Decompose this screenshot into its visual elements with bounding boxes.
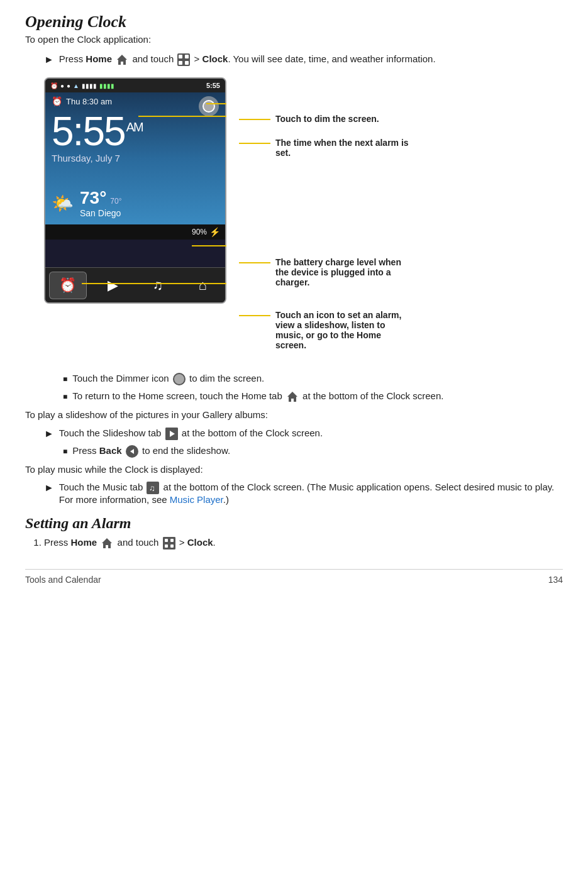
- screenshot-container: ⏰ ● ● ▲ ▮▮▮▮ ▮▮▮▮ 5:55 ⏰ Thu 8:30 am: [44, 77, 563, 362]
- sq-icon-1: ■: [63, 375, 67, 384]
- svg-rect-21: [170, 544, 174, 548]
- tab-music[interactable]: ♫: [139, 272, 177, 299]
- phone-screen: ⏰ ● ● ▲ ▮▮▮▮ ▮▮▮▮ 5:55 ⏰ Thu 8:30 am: [44, 77, 226, 304]
- callout-dash-1: [239, 119, 270, 120]
- music-player-link[interactable]: Music Player: [170, 494, 223, 505]
- bullet-dimmer: ■ Touch the Dimmer icon to dim the scree…: [63, 373, 563, 385]
- svg-rect-2: [185, 55, 189, 58]
- battery-charge-icon: ⚡: [209, 227, 220, 237]
- footer-right: 134: [548, 575, 563, 585]
- big-time-display: 5:55AM: [52, 111, 219, 152]
- arrow-icon-2: ►: [44, 428, 54, 439]
- bullet-dimmer-text: Touch the Dimmer icon to dim the screen.: [72, 373, 264, 385]
- callout-battery: The battery charge level when the device…: [239, 257, 563, 287]
- alarm-tab-icon: ⏰: [59, 277, 76, 294]
- callout-alarm-text: The time when the next alarm is set.: [275, 138, 414, 158]
- am-label: AM: [126, 120, 143, 134]
- footer: Tools and Calendar 134: [25, 569, 563, 585]
- callout-tabs-text: Touch an icon to set an alarm, view a sl…: [275, 310, 414, 350]
- status-bar: ⏰ ● ● ▲ ▮▮▮▮ ▮▮▮▮ 5:55: [45, 79, 225, 92]
- page-title: Opening Clock: [25, 13, 563, 31]
- sq-icon-3: ■: [63, 447, 67, 456]
- slideshow-intro: To play a slideshow of the pictures in y…: [25, 408, 563, 422]
- bullet-music: ► Touch the Music tab ♫ at the bottom of…: [44, 482, 563, 505]
- bullet-open-clock: ► Press Home and touch > Clock. You will…: [44, 53, 563, 66]
- bullet-back: ■ Press Back to end the slideshow.: [63, 445, 563, 458]
- callout-battery-text: The battery charge level when the device…: [275, 257, 414, 287]
- weather-icon: 🌤️: [52, 193, 74, 214]
- setting-alarm-step-1: Press Home and touch > Clock.: [44, 536, 563, 550]
- bullet-slideshow-text: Touch the Slideshow tab at the bottom of…: [59, 428, 323, 440]
- status-icons: ⏰ ● ● ▲ ▮▮▮▮ ▮▮▮▮: [50, 82, 114, 89]
- grid-icon: [177, 53, 190, 66]
- svg-rect-20: [165, 544, 168, 548]
- phone-screenshot: ⏰ ● ● ▲ ▮▮▮▮ ▮▮▮▮ 5:55 ⏰ Thu 8:30 am: [44, 77, 226, 304]
- home-icon: [116, 53, 128, 66]
- svg-marker-16: [102, 538, 112, 548]
- footer-left: Tools and Calendar: [25, 575, 101, 585]
- svg-rect-17: [163, 537, 175, 549]
- callout-dim: Touch to dim the screen.: [239, 114, 563, 124]
- callout-dash-2: [239, 143, 270, 144]
- svg-marker-0: [117, 55, 127, 65]
- svg-rect-4: [185, 61, 189, 65]
- music-icon-inline: ♫: [147, 482, 159, 494]
- section-setting-alarm: Setting an Alarm: [25, 515, 563, 532]
- callout-alarm: The time when the next alarm is set.: [239, 138, 563, 158]
- callout-tabs: Touch an icon to set an alarm, view a sl…: [239, 310, 563, 350]
- location: San Diego: [80, 208, 122, 218]
- clock-display: ⏰ Thu 8:30 am 5:55AM Thursday, July 7 🌤️: [45, 92, 225, 224]
- grid-icon-step1: [163, 537, 175, 549]
- music-intro: To play music while the Clock is display…: [25, 463, 563, 477]
- tab-bar: ⏰ ▶ ♫ ⌂: [45, 267, 225, 302]
- sq-icon-2: ■: [63, 392, 67, 401]
- callout-dim-text: Touch to dim the screen.: [275, 114, 379, 124]
- intro-text: To open the Clock application:: [25, 34, 563, 45]
- setting-alarm-list: Press Home and touch > Clock.: [44, 536, 563, 550]
- callout-dash-4: [239, 315, 270, 316]
- arrow-icon: ►: [44, 54, 54, 65]
- dimmer-icon-inline: [173, 373, 186, 385]
- svg-rect-19: [170, 539, 174, 542]
- home-icon-step1: [101, 537, 113, 549]
- tab-home[interactable]: ⌂: [184, 272, 221, 299]
- dimmer-inner: [202, 100, 215, 113]
- bullet-home-return: ■ To return to the Home screen, touch th…: [63, 390, 563, 403]
- music-tab-icon: ♫: [153, 277, 164, 294]
- temp-sub: 70°: [110, 197, 121, 206]
- status-time: 5:55: [206, 82, 220, 89]
- slideshow-icon-inline: [165, 428, 178, 440]
- bullet-back-text: Press Back to end the slideshow.: [72, 445, 230, 458]
- tab-alarm[interactable]: ⏰: [49, 272, 87, 299]
- weather-row: 🌤️ 73° 70° San Diego: [52, 188, 122, 218]
- home-tab-icon: ⌂: [199, 277, 207, 294]
- battery-row: 90% ⚡: [45, 224, 225, 240]
- svg-rect-18: [165, 539, 168, 542]
- callout-annotations: Touch to dim the screen. The time when t…: [239, 77, 563, 362]
- arrow-icon-3: ►: [44, 482, 54, 494]
- tab-slideshow[interactable]: ▶: [94, 272, 131, 299]
- callout-dash-3: [239, 262, 270, 263]
- battery-percent: 90%: [192, 228, 207, 236]
- bullet-home-return-text: To return to the Home screen, touch the …: [72, 390, 443, 403]
- alarm-time: Thu 8:30 am: [66, 97, 112, 106]
- bullet-slideshow: ► Touch the Slideshow tab at the bottom …: [44, 428, 563, 440]
- slideshow-tab-icon: ▶: [108, 277, 118, 294]
- bullet-music-text: Touch the Music tab ♫ at the bottom of t…: [59, 482, 563, 505]
- svg-marker-9: [287, 392, 297, 402]
- svg-text:♫: ♫: [149, 483, 155, 493]
- svg-rect-3: [179, 61, 182, 65]
- dimmer-button[interactable]: [199, 96, 219, 116]
- temperature: 73°: [80, 188, 106, 208]
- alarm-row: ⏰ Thu 8:30 am: [52, 96, 219, 106]
- back-icon-inline: [126, 445, 138, 458]
- bullet-open-clock-text: Press Home and touch > Clock. You will s…: [59, 53, 436, 66]
- home-tab-icon-inline: [286, 390, 299, 403]
- date-display: Thursday, July 7: [52, 153, 219, 163]
- alarm-icon: ⏰: [52, 96, 62, 106]
- svg-rect-1: [179, 55, 182, 58]
